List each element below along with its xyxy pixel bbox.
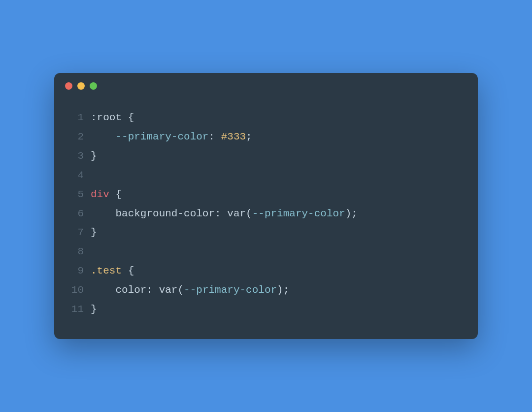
- token-varname: --primary-color: [184, 284, 277, 296]
- line-number: 10: [69, 281, 91, 300]
- code-line[interactable]: 8: [69, 242, 463, 262]
- line-number: 6: [69, 205, 91, 224]
- close-icon[interactable]: [65, 82, 72, 90]
- code-line[interactable]: 6 background-color: var(--primary-color)…: [69, 205, 463, 224]
- line-content[interactable]: --primary-color: #333;: [91, 128, 252, 147]
- code-line[interactable]: 11}: [69, 300, 463, 319]
- line-content[interactable]: background-color: var(--primary-color);: [91, 205, 358, 224]
- token-punct: ;: [283, 284, 290, 296]
- line-content[interactable]: :root {: [91, 108, 134, 128]
- token-varname: --primary-color: [115, 131, 208, 142]
- token-punct: }: [91, 150, 97, 162]
- code-window: 1:root {2 --primary-color: #333;3}45div …: [54, 73, 478, 339]
- token-sel-class: .test: [91, 265, 128, 276]
- code-line[interactable]: 3}: [69, 147, 463, 166]
- line-number: 4: [69, 166, 91, 185]
- token-func: var: [227, 208, 246, 219]
- line-content[interactable]: }: [91, 300, 97, 319]
- line-content[interactable]: }: [91, 223, 97, 242]
- token-punct: ): [345, 208, 352, 219]
- token-punct: {: [128, 112, 134, 123]
- code-line[interactable]: 5div {: [69, 185, 463, 205]
- line-content[interactable]: div {: [91, 185, 122, 205]
- line-number: 5: [69, 185, 91, 205]
- maximize-icon[interactable]: [90, 82, 97, 90]
- code-line[interactable]: 1:root {: [69, 108, 463, 128]
- line-content[interactable]: color: var(--primary-color);: [91, 281, 289, 300]
- code-line[interactable]: 4: [69, 166, 463, 185]
- token-prop: color: [115, 284, 146, 296]
- token-punct: ): [277, 284, 283, 296]
- token-punct: {: [115, 189, 122, 200]
- token-punct: [91, 284, 115, 296]
- token-punct: }: [91, 227, 97, 238]
- token-prop: background-color: [115, 208, 215, 219]
- line-number: 3: [69, 147, 91, 166]
- line-content[interactable]: }: [91, 147, 97, 166]
- line-number: 7: [69, 223, 91, 242]
- token-varname: --primary-color: [252, 208, 345, 219]
- minimize-icon[interactable]: [77, 82, 85, 90]
- token-punct: :: [215, 208, 227, 219]
- code-editor[interactable]: 1:root {2 --primary-color: #333;3}45div …: [54, 99, 478, 339]
- token-sel-tag: div: [91, 189, 115, 200]
- token-func: var: [159, 284, 178, 296]
- code-line[interactable]: 10 color: var(--primary-color);: [69, 281, 463, 300]
- token-punct: :: [146, 284, 159, 296]
- token-punct: (: [246, 208, 252, 219]
- line-number: 2: [69, 128, 91, 147]
- token-punct: [91, 131, 115, 142]
- code-line[interactable]: 7}: [69, 223, 463, 242]
- token-punct: ;: [246, 131, 252, 142]
- token-val-hex: #333: [221, 131, 246, 142]
- line-number: 9: [69, 262, 91, 281]
- line-number: 11: [69, 300, 91, 319]
- code-line[interactable]: 9.test {: [69, 262, 463, 281]
- line-content[interactable]: .test {: [91, 262, 134, 281]
- token-sel-pseudo: :root: [91, 112, 128, 123]
- token-punct: (: [177, 284, 184, 296]
- token-punct: ;: [351, 208, 358, 219]
- code-line[interactable]: 2 --primary-color: #333;: [69, 128, 463, 147]
- token-punct: }: [91, 304, 97, 315]
- token-punct: :: [208, 131, 221, 142]
- line-number: 1: [69, 108, 91, 128]
- token-punct: [91, 208, 115, 219]
- token-punct: {: [128, 265, 134, 276]
- window-titlebar: [54, 73, 478, 99]
- line-number: 8: [69, 242, 91, 262]
